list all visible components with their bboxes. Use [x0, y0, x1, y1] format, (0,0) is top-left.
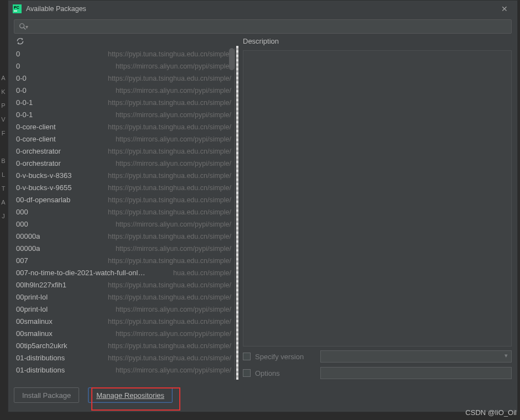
- search-box[interactable]: ▾: [14, 19, 512, 34]
- package-source: hua.edu.cn/simple/: [146, 269, 231, 277]
- package-row[interactable]: 0https://mirrors.aliyun.com/pypi/simple/: [14, 60, 235, 72]
- package-name: 00print-lol: [16, 293, 48, 301]
- package-row[interactable]: 0https://pypi.tuna.tsinghua.edu.cn/simpl…: [14, 48, 235, 60]
- refresh-icon[interactable]: [16, 37, 24, 47]
- package-row[interactable]: 0-core-clienthttps://mirrors.aliyun.com/…: [14, 133, 235, 145]
- package-name: 0-orchestrator: [16, 159, 61, 167]
- version-select[interactable]: [320, 350, 512, 363]
- package-name: 0: [16, 62, 20, 70]
- install-package-button[interactable]: Install Package: [14, 387, 79, 403]
- gutter-letter: [0, 144, 7, 158]
- package-name: 00-df-opensarlab: [16, 196, 70, 204]
- package-name: 007: [16, 256, 28, 265]
- package-name: 0-core-client: [16, 135, 56, 143]
- package-name: 00lh9ln227xfih1: [16, 281, 66, 289]
- package-source: https://pypi.tuna.tsinghua.edu.cn/simple…: [70, 196, 231, 204]
- package-source: https://mirrors.aliyun.com/pypi/simple/: [40, 245, 231, 253]
- gutter-letter: K: [0, 88, 7, 102]
- gutter-letters: AKPVFBLTAJ: [0, 75, 7, 227]
- package-row[interactable]: 00tip5arch2ukrkhttps://pypi.tuna.tsinghu…: [14, 340, 235, 352]
- package-source: https://mirrors.aliyun.com/pypi/simple/: [65, 366, 231, 374]
- package-source: https://mirrors.aliyun.com/pypi/simple/: [48, 306, 231, 313]
- options-checkbox[interactable]: [243, 369, 251, 377]
- package-source: https://mirrors.aliyun.com/pypi/simple/: [28, 221, 231, 228]
- package-name: 0-0-1: [16, 98, 33, 107]
- package-name: 00tip5arch2ukrk: [16, 342, 67, 350]
- package-name: 0-0-1: [16, 111, 33, 119]
- package-source: https://pypi.tuna.tsinghua.edu.cn/simple…: [20, 50, 231, 58]
- package-source: https://pypi.tuna.tsinghua.edu.cn/simple…: [28, 257, 231, 265]
- package-name: 0-0: [16, 86, 27, 95]
- package-row[interactable]: 0-0-1https://pypi.tuna.tsinghua.edu.cn/s…: [14, 97, 235, 109]
- close-icon[interactable]: ✕: [496, 4, 513, 13]
- package-name: 000: [16, 208, 28, 216]
- gutter-letter: F: [0, 130, 7, 144]
- package-row[interactable]: 00smalinuxhttps://mirrors.aliyun.com/pyp…: [14, 328, 235, 340]
- gutter-letter: L: [0, 171, 7, 185]
- package-row[interactable]: 00-df-opensarlabhttps://pypi.tuna.tsingh…: [14, 194, 235, 206]
- package-row[interactable]: 00smalinuxhttps://pypi.tuna.tsinghua.edu…: [14, 316, 235, 328]
- search-row: ▾: [8, 17, 517, 36]
- package-row[interactable]: 000https://mirrors.aliyun.com/pypi/simpl…: [14, 218, 235, 230]
- package-row[interactable]: 00print-lolhttps://pypi.tuna.tsinghua.ed…: [14, 291, 235, 303]
- package-row[interactable]: 0-0https://mirrors.aliyun.com/pypi/simpl…: [14, 85, 235, 97]
- manage-repositories-button[interactable]: Manage Repositories: [88, 387, 173, 403]
- package-row[interactable]: 00print-lolhttps://mirrors.aliyun.com/py…: [14, 303, 235, 316]
- package-list[interactable]: 0https://pypi.tuna.tsinghua.edu.cn/simpl…: [14, 48, 235, 380]
- available-packages-dialog: PC Available Packages ✕ ▾ 0https://pypi.…: [8, 0, 518, 412]
- search-input[interactable]: [30, 23, 508, 31]
- specify-version-checkbox[interactable]: [243, 353, 251, 360]
- package-row[interactable]: 0-v-bucks-v-9655https://pypi.tuna.tsingh…: [14, 182, 235, 194]
- gutter-letter: P: [0, 102, 7, 116]
- package-row[interactable]: 0-orchestratorhttps://pypi.tuna.tsinghua…: [14, 145, 235, 158]
- package-row[interactable]: 0-v-bucks-v-8363https://pypi.tuna.tsingh…: [14, 170, 235, 182]
- package-name: 0: [16, 50, 20, 58]
- gutter-letter: B: [0, 158, 7, 171]
- package-source: https://pypi.tuna.tsinghua.edu.cn/simple…: [67, 342, 232, 350]
- options-label: Options: [255, 369, 316, 377]
- gutter-letter: J: [0, 213, 7, 227]
- package-row[interactable]: 000https://pypi.tuna.tsinghua.edu.cn/sim…: [14, 206, 235, 218]
- package-source: https://mirrors.aliyun.com/pypi/simple/: [56, 135, 231, 143]
- specify-version-row: Specify version: [243, 350, 512, 363]
- description-area: [243, 50, 512, 347]
- package-row[interactable]: 0-0-1https://mirrors.aliyun.com/pypi/sim…: [14, 109, 235, 121]
- package-name: 01-distributions: [16, 354, 65, 362]
- svg-point-3: [20, 24, 24, 28]
- package-name: 0-v-bucks-v-9655: [16, 183, 71, 192]
- package-name: 0-v-bucks-v-8363: [16, 171, 71, 180]
- package-row[interactable]: 01-distributionshttps://mirrors.aliyun.c…: [14, 364, 235, 376]
- scrollbar-thumb[interactable]: [229, 48, 235, 70]
- package-name: 0-orchestrator: [16, 147, 61, 155]
- package-row[interactable]: 01-distributionshttps://pypi.tuna.tsingh…: [14, 352, 235, 364]
- dialog-title: Available Packages: [26, 5, 496, 13]
- package-source: https://mirrors.aliyun.com/pypi/simple/: [27, 87, 231, 95]
- package-row[interactable]: 0-0https://pypi.tuna.tsinghua.edu.cn/sim…: [14, 72, 235, 85]
- svg-text:PC: PC: [14, 6, 19, 9]
- package-source: https://pypi.tuna.tsinghua.edu.cn/simple…: [61, 148, 231, 155]
- package-row[interactable]: 00000ahttps://pypi.tuna.tsinghua.edu.cn/…: [14, 230, 235, 243]
- package-row[interactable]: 007-no-time-to-die-2021-watch-full-onlin…: [14, 267, 235, 279]
- package-name: 00smalinux: [16, 317, 53, 326]
- gutter-letter: A: [0, 75, 7, 88]
- button-row: Install Package Manage Repositories: [8, 380, 517, 412]
- package-source: https://pypi.tuna.tsinghua.edu.cn/simple…: [66, 281, 231, 289]
- package-row[interactable]: 0-core-clienthttps://pypi.tuna.tsinghua.…: [14, 121, 235, 133]
- options-row: Options: [243, 366, 512, 380]
- package-name: 0-0: [16, 74, 27, 82]
- options-input[interactable]: [320, 367, 512, 379]
- package-row[interactable]: 00000ahttps://mirrors.aliyun.com/pypi/si…: [14, 243, 235, 255]
- pane-splitter[interactable]: [236, 46, 238, 380]
- package-name: 000: [16, 220, 28, 228]
- package-source: https://mirrors.aliyun.com/pypi/simple/: [53, 330, 231, 338]
- package-row[interactable]: 0-orchestratorhttps://mirrors.aliyun.com…: [14, 158, 235, 170]
- package-name: 00smalinux: [16, 329, 53, 338]
- package-source: https://pypi.tuna.tsinghua.edu.cn/simple…: [71, 184, 231, 192]
- package-row[interactable]: 00lh9ln227xfih1https://pypi.tuna.tsinghu…: [14, 279, 235, 291]
- package-name: 00print-lol: [16, 305, 48, 313]
- search-dropdown-icon[interactable]: ▾: [25, 24, 28, 30]
- package-source: https://pypi.tuna.tsinghua.edu.cn/simple…: [48, 293, 231, 301]
- package-name: 0-core-client: [16, 123, 56, 131]
- package-row[interactable]: 007https://pypi.tuna.tsinghua.edu.cn/sim…: [14, 255, 235, 267]
- details-pane: Description Specify version Options: [240, 36, 512, 380]
